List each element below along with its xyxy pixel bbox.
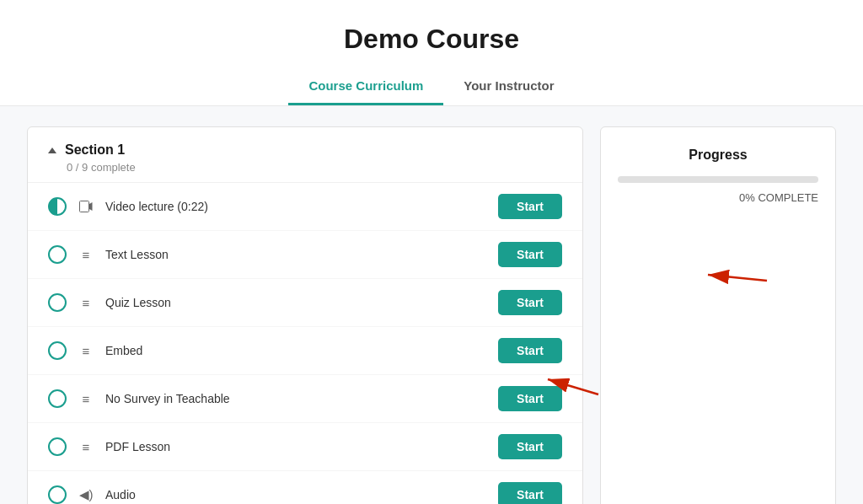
lesson-name: Quiz Lesson [105, 296, 486, 309]
lesson-checkbox[interactable] [48, 341, 67, 360]
lesson-row: Video lecture (0:22)Start [28, 183, 582, 231]
start-button[interactable]: Start [498, 290, 562, 315]
lesson-type-icon: ≡ [78, 439, 94, 454]
page-wrapper: Demo Course Course Curriculum Your Instr… [0, 0, 863, 504]
progress-label: 0% COMPLETE [618, 191, 818, 204]
lesson-row: ◀)AudioStart [28, 471, 582, 504]
lesson-type-icon: ≡ [78, 247, 94, 262]
lesson-name: Embed [105, 344, 486, 357]
lesson-checkbox[interactable] [48, 437, 67, 456]
lesson-checkbox[interactable] [48, 485, 67, 504]
lesson-row: ≡PDF LessonStart [28, 423, 582, 471]
svg-rect-0 [80, 201, 89, 212]
collapse-icon[interactable] [48, 147, 56, 153]
lesson-type-icon: ≡ [78, 391, 94, 406]
lesson-name: No Survey in Teachable [105, 392, 486, 405]
lesson-type-icon: ≡ [78, 295, 94, 310]
progress-title: Progress [618, 147, 818, 163]
section-progress: 0 / 9 complete [67, 161, 562, 174]
tab-instructor[interactable]: Your Instructor [443, 70, 574, 105]
lesson-checkbox[interactable] [48, 293, 67, 312]
lesson-name: Video lecture (0:22) [105, 200, 486, 213]
lesson-checkbox[interactable] [48, 197, 67, 216]
section-title: Section 1 [65, 142, 125, 158]
start-button[interactable]: Start [498, 194, 562, 219]
lesson-row: ≡EmbedStart [28, 327, 582, 375]
start-button[interactable]: Start [498, 386, 562, 411]
lesson-type-icon [78, 199, 94, 214]
start-button[interactable]: Start [498, 242, 562, 267]
lesson-row: ≡No Survey in TeachableStart [28, 375, 582, 423]
section-header: Section 1 0 / 9 complete [28, 127, 582, 183]
start-button[interactable]: Start [498, 338, 562, 363]
progress-bar-wrap [618, 176, 818, 183]
start-button[interactable]: Start [498, 482, 562, 504]
tabs-bar: Course Curriculum Your Instructor [0, 70, 863, 105]
start-button[interactable]: Start [498, 434, 562, 459]
content-area: Section 1 0 / 9 complete Video lecture (… [0, 106, 863, 504]
lesson-checkbox[interactable] [48, 389, 67, 408]
lesson-name: Text Lesson [105, 248, 486, 261]
lesson-name: PDF Lesson [105, 440, 486, 453]
curriculum-panel: Section 1 0 / 9 complete Video lecture (… [27, 126, 583, 504]
lesson-list: Video lecture (0:22)Start≡Text LessonSta… [28, 183, 582, 504]
lesson-row: ≡Text LessonStart [28, 231, 582, 279]
lesson-name: Audio [105, 488, 486, 501]
lesson-checkbox[interactable] [48, 245, 67, 264]
lesson-type-icon: ≡ [78, 343, 94, 358]
lesson-row: ≡Quiz LessonStart [28, 279, 582, 327]
header: Demo Course Course Curriculum Your Instr… [0, 0, 863, 106]
course-title: Demo Course [0, 24, 863, 55]
progress-panel: Progress 0% COMPLETE [600, 126, 836, 504]
lesson-type-icon: ◀) [78, 487, 94, 502]
tab-curriculum[interactable]: Course Curriculum [288, 70, 443, 105]
